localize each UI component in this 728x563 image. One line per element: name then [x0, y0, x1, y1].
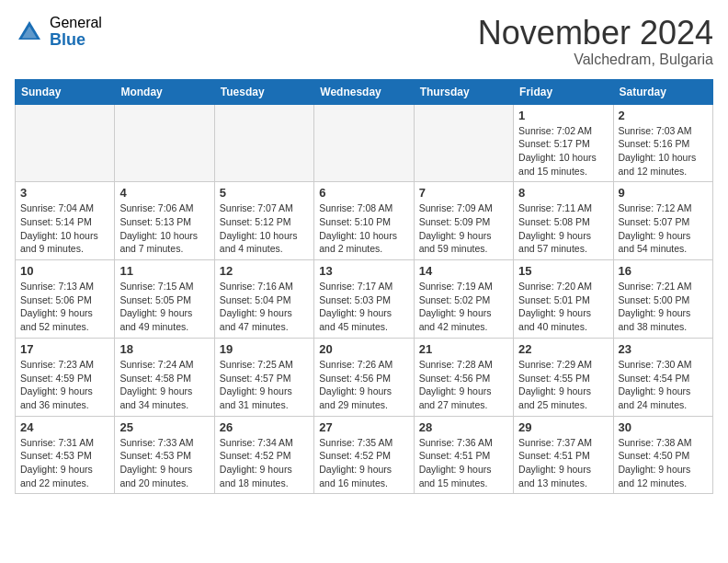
calendar-header-row: SundayMondayTuesdayWednesdayThursdayFrid…	[16, 79, 713, 104]
calendar-cell: 8Sunrise: 7:11 AM Sunset: 5:08 PM Daylig…	[514, 182, 613, 260]
day-number: 5	[220, 186, 309, 200]
calendar-cell: 21Sunrise: 7:28 AM Sunset: 4:56 PM Dayli…	[414, 338, 513, 416]
calendar-cell	[414, 104, 513, 182]
calendar-cell: 26Sunrise: 7:34 AM Sunset: 4:52 PM Dayli…	[214, 416, 313, 494]
day-number: 6	[319, 186, 408, 200]
calendar-header-friday: Friday	[514, 79, 613, 104]
calendar-cell: 15Sunrise: 7:20 AM Sunset: 5:01 PM Dayli…	[514, 260, 613, 339]
calendar-header-thursday: Thursday	[414, 79, 513, 104]
calendar-cell: 28Sunrise: 7:36 AM Sunset: 4:51 PM Dayli…	[414, 416, 513, 494]
calendar-cell: 19Sunrise: 7:25 AM Sunset: 4:57 PM Dayli…	[214, 338, 313, 416]
day-info: Sunrise: 7:31 AM Sunset: 4:53 PM Dayligh…	[20, 436, 109, 490]
calendar-header-monday: Monday	[115, 79, 214, 104]
calendar-header-wednesday: Wednesday	[314, 79, 414, 104]
day-number: 10	[20, 264, 109, 278]
day-number: 29	[518, 420, 608, 434]
logo: General Blue	[15, 15, 102, 49]
day-info: Sunrise: 7:30 AM Sunset: 4:54 PM Dayligh…	[619, 358, 708, 412]
calendar-cell	[214, 104, 313, 182]
calendar-cell: 4Sunrise: 7:06 AM Sunset: 5:13 PM Daylig…	[115, 182, 214, 260]
day-info: Sunrise: 7:06 AM Sunset: 5:13 PM Dayligh…	[119, 201, 209, 256]
day-number: 18	[119, 342, 209, 356]
day-info: Sunrise: 7:04 AM Sunset: 5:14 PM Dayligh…	[20, 201, 109, 256]
day-info: Sunrise: 7:33 AM Sunset: 4:53 PM Dayligh…	[119, 436, 209, 490]
day-number: 19	[220, 342, 309, 356]
location: Valchedram, Bulgaria	[478, 52, 713, 68]
logo-blue: Blue	[50, 31, 102, 50]
day-info: Sunrise: 7:19 AM Sunset: 5:02 PM Dayligh…	[419, 280, 508, 334]
day-number: 2	[619, 109, 708, 122]
day-number: 12	[220, 264, 309, 278]
day-info: Sunrise: 7:28 AM Sunset: 4:56 PM Dayligh…	[419, 358, 508, 412]
day-info: Sunrise: 7:23 AM Sunset: 4:59 PM Dayligh…	[20, 358, 109, 412]
calendar-week-row: 10Sunrise: 7:13 AM Sunset: 5:06 PM Dayli…	[16, 260, 713, 339]
day-number: 16	[619, 264, 708, 278]
calendar-cell: 25Sunrise: 7:33 AM Sunset: 4:53 PM Dayli…	[115, 416, 214, 494]
calendar-cell: 24Sunrise: 7:31 AM Sunset: 4:53 PM Dayli…	[16, 416, 115, 494]
day-number: 21	[419, 342, 508, 356]
calendar-cell: 20Sunrise: 7:26 AM Sunset: 4:56 PM Dayli…	[314, 338, 414, 416]
day-info: Sunrise: 7:17 AM Sunset: 5:03 PM Dayligh…	[319, 280, 408, 334]
calendar-header-tuesday: Tuesday	[214, 79, 313, 104]
day-number: 15	[518, 264, 608, 278]
calendar-cell: 22Sunrise: 7:29 AM Sunset: 4:55 PM Dayli…	[514, 338, 613, 416]
day-number: 26	[220, 420, 309, 434]
calendar-cell: 6Sunrise: 7:08 AM Sunset: 5:10 PM Daylig…	[314, 182, 414, 260]
calendar-cell: 9Sunrise: 7:12 AM Sunset: 5:07 PM Daylig…	[613, 182, 712, 260]
logo-icon	[15, 17, 44, 47]
day-number: 13	[319, 264, 408, 278]
day-number: 20	[319, 342, 408, 356]
day-info: Sunrise: 7:15 AM Sunset: 5:05 PM Dayligh…	[119, 280, 209, 334]
day-info: Sunrise: 7:13 AM Sunset: 5:06 PM Dayligh…	[20, 280, 109, 334]
day-info: Sunrise: 7:11 AM Sunset: 5:08 PM Dayligh…	[518, 201, 608, 256]
day-number: 28	[419, 420, 508, 434]
calendar-cell: 16Sunrise: 7:21 AM Sunset: 5:00 PM Dayli…	[613, 260, 712, 339]
calendar-cell: 13Sunrise: 7:17 AM Sunset: 5:03 PM Dayli…	[314, 260, 414, 339]
day-info: Sunrise: 7:29 AM Sunset: 4:55 PM Dayligh…	[518, 358, 608, 412]
calendar-cell: 1Sunrise: 7:02 AM Sunset: 5:17 PM Daylig…	[514, 104, 613, 182]
calendar-header-saturday: Saturday	[613, 79, 712, 104]
day-info: Sunrise: 7:25 AM Sunset: 4:57 PM Dayligh…	[220, 358, 309, 412]
day-number: 8	[518, 186, 608, 200]
calendar-cell	[115, 104, 214, 182]
day-number: 30	[619, 420, 708, 434]
logo-general: General	[50, 15, 102, 31]
day-info: Sunrise: 7:35 AM Sunset: 4:52 PM Dayligh…	[319, 436, 408, 490]
calendar-cell: 23Sunrise: 7:30 AM Sunset: 4:54 PM Dayli…	[613, 338, 712, 416]
day-number: 27	[319, 420, 408, 434]
calendar-week-row: 1Sunrise: 7:02 AM Sunset: 5:17 PM Daylig…	[16, 104, 713, 182]
day-number: 22	[518, 342, 608, 356]
day-info: Sunrise: 7:02 AM Sunset: 5:17 PM Dayligh…	[518, 124, 608, 178]
logo-text: General Blue	[50, 15, 102, 49]
calendar-cell: 27Sunrise: 7:35 AM Sunset: 4:52 PM Dayli…	[314, 416, 414, 494]
day-info: Sunrise: 7:20 AM Sunset: 5:01 PM Dayligh…	[518, 280, 608, 334]
day-info: Sunrise: 7:38 AM Sunset: 4:50 PM Dayligh…	[619, 436, 708, 490]
day-number: 7	[419, 186, 508, 200]
calendar-cell: 18Sunrise: 7:24 AM Sunset: 4:58 PM Dayli…	[115, 338, 214, 416]
day-info: Sunrise: 7:09 AM Sunset: 5:09 PM Dayligh…	[419, 201, 508, 256]
calendar-week-row: 24Sunrise: 7:31 AM Sunset: 4:53 PM Dayli…	[16, 416, 713, 494]
day-info: Sunrise: 7:24 AM Sunset: 4:58 PM Dayligh…	[119, 358, 209, 412]
day-number: 24	[20, 420, 109, 434]
month-title: November 2024	[478, 15, 713, 52]
day-info: Sunrise: 7:26 AM Sunset: 4:56 PM Dayligh…	[319, 358, 408, 412]
calendar-cell: 5Sunrise: 7:07 AM Sunset: 5:12 PM Daylig…	[214, 182, 313, 260]
day-info: Sunrise: 7:12 AM Sunset: 5:07 PM Dayligh…	[619, 201, 708, 256]
calendar-cell: 7Sunrise: 7:09 AM Sunset: 5:09 PM Daylig…	[414, 182, 513, 260]
calendar-table: SundayMondayTuesdayWednesdayThursdayFrid…	[15, 79, 713, 495]
calendar-cell: 11Sunrise: 7:15 AM Sunset: 5:05 PM Dayli…	[115, 260, 214, 339]
day-info: Sunrise: 7:03 AM Sunset: 5:16 PM Dayligh…	[619, 124, 708, 178]
calendar-cell: 14Sunrise: 7:19 AM Sunset: 5:02 PM Dayli…	[414, 260, 513, 339]
calendar-cell: 12Sunrise: 7:16 AM Sunset: 5:04 PM Dayli…	[214, 260, 313, 339]
calendar-cell: 3Sunrise: 7:04 AM Sunset: 5:14 PM Daylig…	[16, 182, 115, 260]
day-number: 25	[119, 420, 209, 434]
calendar-cell: 29Sunrise: 7:37 AM Sunset: 4:51 PM Dayli…	[514, 416, 613, 494]
title-block: November 2024 Valchedram, Bulgaria	[478, 15, 713, 68]
day-info: Sunrise: 7:34 AM Sunset: 4:52 PM Dayligh…	[220, 436, 309, 490]
day-number: 9	[619, 186, 708, 200]
day-number: 3	[20, 186, 109, 200]
calendar-cell: 10Sunrise: 7:13 AM Sunset: 5:06 PM Dayli…	[16, 260, 115, 339]
calendar-cell: 17Sunrise: 7:23 AM Sunset: 4:59 PM Dayli…	[16, 338, 115, 416]
day-number: 1	[518, 109, 608, 122]
day-info: Sunrise: 7:16 AM Sunset: 5:04 PM Dayligh…	[220, 280, 309, 334]
